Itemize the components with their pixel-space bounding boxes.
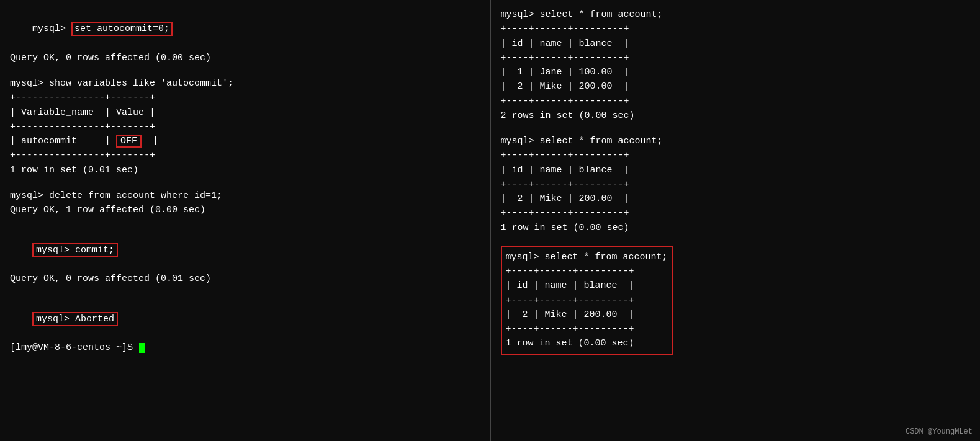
cursor [139, 343, 145, 353]
cmd-commit: mysql> commit; [32, 243, 118, 257]
cmd-aborted: mysql> Aborted [32, 312, 118, 326]
watermark: CSDN @YoungMLet [906, 427, 973, 436]
r-line-5: | 1 | Jane | 100.00 | [501, 65, 971, 79]
r-line-4: +----+------+---------+ [501, 51, 971, 65]
r-line-8: 2 rows in set (0.00 sec) [501, 109, 971, 123]
r-line-3: | id | name | blance | [501, 37, 971, 51]
r3-line-7: 1 row in set (0.00 sec) [506, 336, 668, 350]
r2-line-1: mysql> select * from account; [501, 134, 971, 148]
gap-3 [10, 217, 480, 228]
select-block-2: mysql> select * from account; +----+----… [501, 134, 971, 235]
line-table-border-3: +----------------+-------+ [10, 148, 480, 163]
line-delete: mysql> delete from account where id=1; [10, 189, 480, 203]
r-gap-2 [501, 235, 971, 246]
select-block-1: mysql> select * from account; +----+----… [501, 7, 971, 123]
r2-line-2: +----+------+---------+ [501, 148, 971, 163]
line-table-header: | Variable_name | Value | [10, 105, 480, 120]
r3-line-3: | id | name | blance | [506, 278, 668, 293]
line-1-row: 1 row in set (0.01 sec) [10, 163, 480, 177]
line-show-variables: mysql> show variables like 'autocommit'; [10, 76, 480, 91]
gap-4 [10, 286, 480, 297]
r-line-7: +----+------+---------+ [501, 94, 971, 109]
left-terminal-panel: mysql> set autocommit=0; Query OK, 0 row… [0, 0, 491, 441]
r-line-2: +----+------+---------+ [501, 22, 971, 36]
off-value: OFF [116, 135, 142, 148]
r2-line-5: | 2 | Mike | 200.00 | [501, 192, 971, 206]
cmd-set-autocommit: set autocommit=0; [71, 22, 173, 36]
gap-2 [10, 177, 480, 189]
r3-line-6: +----+------+---------+ [506, 322, 668, 336]
right-terminal-panel: mysql> select * from account; +----+----… [491, 0, 981, 441]
line-table-border-2: +----------------+-------+ [10, 120, 480, 134]
line-query-ok-3: Query OK, 0 rows affected (0.01 sec) [10, 272, 480, 286]
r2-line-3: | id | name | blance | [501, 163, 971, 177]
gap-1 [10, 65, 480, 76]
line-set-autocommit: mysql> set autocommit=0; [10, 7, 480, 51]
prompt-set: mysql> [32, 24, 71, 34]
line-aborted: mysql> Aborted [10, 297, 480, 341]
line-table-border-1: +----------------+-------+ [10, 91, 480, 105]
r3-line-1: mysql> select * from account; [506, 250, 668, 264]
r3-line-4: +----+------+---------+ [506, 293, 668, 308]
line-autocommit-off: | autocommit | OFF | [10, 134, 480, 148]
r2-line-7: 1 row in set (0.00 sec) [501, 221, 971, 235]
r-line-6: | 2 | Mike | 200.00 | [501, 79, 971, 94]
line-commit: mysql> commit; [10, 228, 480, 272]
r2-line-6: +----+------+---------+ [501, 206, 971, 220]
line-query-ok-1: Query OK, 0 rows affected (0.00 sec) [10, 51, 480, 65]
r3-line-5: | 2 | Mike | 200.00 | [506, 308, 668, 322]
r2-line-4: +----+------+---------+ [501, 177, 971, 192]
r-gap-1 [501, 123, 971, 134]
r3-line-2: +----+------+---------+ [506, 264, 668, 278]
line-prompt: [lmy@VM-8-6-centos ~]$ [10, 341, 480, 355]
line-query-ok-2: Query OK, 1 row affected (0.00 sec) [10, 203, 480, 217]
r-line-1: mysql> select * from account; [501, 7, 971, 22]
select-block-3-highlighted: mysql> select * from account; +----+----… [501, 246, 673, 355]
